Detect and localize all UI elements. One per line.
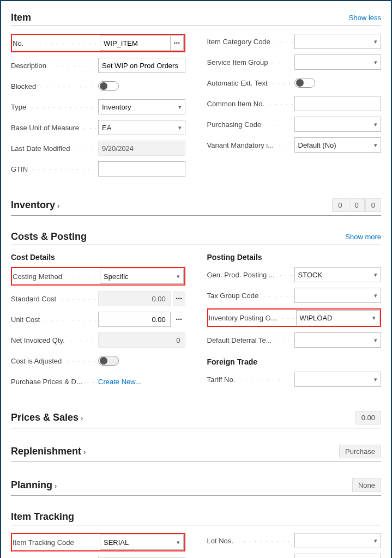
purchase-prices-create-link[interactable]: Create New... (98, 378, 141, 386)
blocked-toggle[interactable] (98, 81, 119, 91)
foreign-trade-heading: Foreign Trade (207, 357, 382, 366)
default-deferral-select[interactable]: ▾ (294, 332, 382, 348)
chevron-down-icon: ▾ (374, 59, 377, 66)
type-select[interactable]: Inventory▾ (98, 99, 185, 114)
gen-prod-posting-select[interactable]: STOCK▾ (294, 267, 382, 282)
item-show-less-link[interactable]: Show less (349, 14, 381, 22)
replenishment-badge: Purchase (339, 445, 381, 458)
purchase-prices-label: Purchase Prices & D... (11, 378, 98, 386)
chevron-down-icon: ▾ (177, 539, 180, 546)
type-label: Type (11, 103, 98, 111)
planning-section-title[interactable]: Planning› (11, 480, 57, 491)
no-input[interactable] (100, 35, 171, 51)
purchasing-code-select[interactable]: ▾ (294, 117, 382, 132)
item-tracking-section-title: Item Tracking (11, 511, 74, 523)
net-invoiced-qty-input (98, 332, 185, 348)
service-item-group-label: Service Item Group (207, 58, 294, 66)
inventory-posting-group-select[interactable]: WIPLOAD▾ (296, 310, 380, 325)
base-uom-select[interactable]: EA▾ (98, 120, 185, 135)
chevron-down-icon: ▾ (374, 271, 377, 278)
common-item-no-label: Common Item No. (207, 100, 294, 108)
tax-group-code-label: Tax Group Code (207, 292, 294, 300)
item-tracking-code-select[interactable]: SERIAL▾ (100, 535, 184, 550)
cost-adjusted-toggle (98, 356, 119, 366)
item-section-title: Item (11, 12, 31, 23)
inventory-badge-0: 0 (332, 198, 348, 212)
chevron-down-icon: ▾ (374, 537, 377, 544)
chevron-down-icon: ▾ (178, 124, 182, 131)
expiration-calc-input[interactable] (294, 554, 382, 558)
description-input[interactable] (98, 58, 185, 73)
tax-group-code-select[interactable]: ▾ (294, 288, 382, 303)
chevron-down-icon: ▾ (374, 376, 377, 383)
auto-ext-text-label: Automatic Ext. Text (207, 79, 294, 87)
chevron-right-icon: › (55, 482, 57, 490)
variant-mandatory-label: Variant Mandatory i... (207, 141, 294, 149)
costs-section-title: Costs & Posting (11, 231, 87, 242)
posting-details-heading: Posting Details (207, 253, 382, 262)
cost-details-heading: Cost Details (11, 253, 185, 262)
item-category-label: Item Category Code (207, 38, 294, 46)
unit-cost-label: Unit Cost (11, 316, 98, 324)
base-uom-label: Base Unit of Measure (11, 124, 98, 132)
chevron-down-icon: ▾ (372, 314, 376, 322)
chevron-down-icon: ▾ (177, 273, 180, 280)
chevron-right-icon: › (81, 414, 83, 422)
standard-cost-lookup-button[interactable]: ··· (173, 291, 185, 306)
unit-cost-lookup-button[interactable]: ··· (173, 312, 185, 327)
chevron-down-icon: ▾ (374, 337, 377, 344)
no-lookup-button[interactable]: ··· (171, 35, 183, 51)
purchasing-code-label: Purchasing Code (207, 120, 294, 129)
standard-cost-label: Standard Cost (11, 295, 98, 303)
inventory-badge-2: 0 (365, 198, 381, 212)
tariff-no-select[interactable]: ▾ (294, 372, 382, 387)
item-tracking-code-highlight: Item Tracking Code SERIAL▾ (11, 533, 185, 551)
prices-sales-badge: 0.00 (355, 411, 381, 424)
standard-cost-input (98, 291, 171, 306)
lot-nos-label: Lot Nos. (207, 537, 294, 545)
chevron-down-icon: ▾ (374, 38, 377, 45)
last-modified-value (98, 141, 185, 156)
chevron-down-icon: ▾ (374, 292, 377, 299)
gtin-input[interactable] (98, 161, 185, 177)
prices-sales-section-title[interactable]: Prices & Sales› (11, 412, 83, 423)
no-label: No. (13, 39, 100, 47)
costing-method-highlight: Costing Method Specific▾ (11, 267, 185, 286)
replenishment-section-title[interactable]: Replenishment› (11, 446, 86, 457)
inventory-section-title[interactable]: Inventory› (11, 199, 59, 211)
item-tracking-code-label: Item Tracking Code (13, 538, 100, 547)
costing-method-label: Costing Method (13, 272, 100, 281)
item-category-select[interactable]: ▾ (294, 34, 382, 49)
no-field-highlight: No. ··· (11, 34, 185, 52)
chevron-right-icon: › (57, 202, 59, 210)
gtin-label: GTIN (11, 165, 98, 173)
inventory-badge-1: 0 (349, 198, 365, 212)
blocked-label: Blocked (11, 82, 98, 90)
last-modified-label: Last Date Modified (11, 144, 98, 153)
costs-show-more-link[interactable]: Show more (345, 233, 381, 241)
chevron-down-icon: ▾ (374, 142, 377, 149)
chevron-down-icon: ▾ (374, 121, 377, 128)
gen-prod-posting-label: Gen. Prod. Posting ... (207, 271, 294, 279)
tariff-no-label: Tariff No. (207, 375, 294, 384)
chevron-down-icon: ▾ (178, 104, 182, 111)
inventory-posting-group-label: Inventory Posting G... (209, 314, 296, 322)
auto-ext-text-toggle[interactable] (294, 78, 315, 88)
planning-badge: None (352, 478, 381, 492)
net-invoiced-qty-label: Net Invoiced Qty. (11, 336, 98, 344)
service-item-group-select[interactable]: ▾ (294, 54, 382, 70)
default-deferral-label: Default Deferral Te... (207, 336, 294, 344)
description-label: Description (11, 62, 98, 70)
unit-cost-input[interactable] (98, 312, 171, 327)
lot-nos-select[interactable]: ▾ (294, 533, 382, 548)
inventory-posting-group-highlight: Inventory Posting G... WIPLOAD▾ (207, 308, 382, 327)
cost-adjusted-label: Cost is Adjusted (11, 357, 98, 365)
common-item-no-input[interactable] (294, 96, 382, 111)
chevron-right-icon: › (83, 448, 86, 456)
costing-method-select[interactable]: Specific▾ (100, 269, 184, 284)
variant-mandatory-select[interactable]: Default (No)▾ (294, 137, 382, 153)
